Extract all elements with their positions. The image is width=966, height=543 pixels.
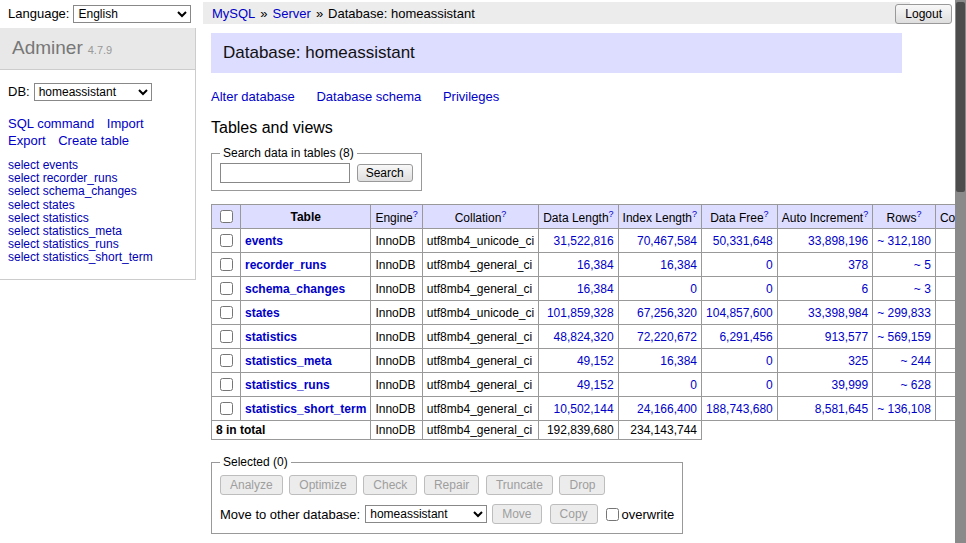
- data-length-value-link[interactable]: 16,384: [577, 282, 614, 296]
- repair-button[interactable]: Repair: [424, 475, 479, 495]
- rows-value-link[interactable]: ~ 5: [914, 258, 931, 272]
- analyze-button[interactable]: Analyze: [220, 475, 283, 495]
- breadcrumb-link-mysql[interactable]: MySQL: [212, 6, 255, 21]
- table-name-link[interactable]: statistics: [245, 330, 297, 344]
- data-free-value-link[interactable]: 50,331,648: [713, 234, 773, 248]
- rows-value-link[interactable]: ~ 3: [914, 282, 931, 296]
- row-select-checkbox[interactable]: [220, 402, 233, 415]
- rows-value-link[interactable]: ~ 569,159: [877, 330, 931, 344]
- privileges-link[interactable]: Privileges: [443, 89, 499, 104]
- data-free-value-link[interactable]: 104,857,600: [706, 306, 773, 320]
- data-free-value-link[interactable]: 0: [766, 354, 773, 368]
- move-button[interactable]: Move: [492, 504, 541, 524]
- sql-command-link[interactable]: SQL command: [8, 116, 94, 131]
- index-length-value-link[interactable]: 16,384: [660, 258, 697, 272]
- scrollbar-track[interactable]: [955, 0, 966, 543]
- column-help-link[interactable]: ?: [917, 209, 922, 219]
- create-table-link[interactable]: Create table: [58, 133, 129, 148]
- footer-data-length: 192,839,680: [539, 421, 618, 440]
- row-select-checkbox[interactable]: [220, 258, 233, 271]
- rows-value-link[interactable]: ~ 136,108: [877, 402, 931, 416]
- auto-increment-value-link[interactable]: 913,577: [825, 330, 868, 344]
- cell-index-length: 67,256,320: [618, 301, 701, 325]
- data-length-value-link[interactable]: 31,522,816: [554, 234, 614, 248]
- data-free-value-link[interactable]: 188,743,680: [706, 402, 773, 416]
- row-select-checkbox[interactable]: [220, 282, 233, 295]
- index-length-value-link[interactable]: 67,256,320: [637, 306, 697, 320]
- optimize-button[interactable]: Optimize: [289, 475, 356, 495]
- index-length-value-link[interactable]: 72,220,672: [637, 330, 697, 344]
- sidebar-select-statistics-short-term[interactable]: select statistics_short_term: [8, 251, 187, 264]
- rows-value-link[interactable]: ~ 312,180: [877, 234, 931, 248]
- data-free-value-link[interactable]: 0: [766, 282, 773, 296]
- import-link[interactable]: Import: [107, 116, 144, 131]
- data-free-value-link[interactable]: 6,291,456: [719, 330, 772, 344]
- data-length-value-link[interactable]: 48,824,320: [554, 330, 614, 344]
- truncate-button[interactable]: Truncate: [486, 475, 553, 495]
- rows-value-link[interactable]: ~ 628: [901, 378, 931, 392]
- cell-auto-increment: 913,577: [777, 325, 872, 349]
- sidebar-select-states[interactable]: select states: [8, 199, 187, 212]
- column-help-link[interactable]: ?: [609, 209, 614, 219]
- auto-increment-value-link[interactable]: 325: [848, 354, 868, 368]
- row-select-checkbox[interactable]: [220, 354, 233, 367]
- table-name-link[interactable]: statistics_short_term: [245, 402, 366, 416]
- column-header-label: Engine: [375, 211, 412, 225]
- db-select[interactable]: homeassistant: [34, 83, 152, 101]
- rows-value-link[interactable]: ~ 299,833: [877, 306, 931, 320]
- row-select-checkbox[interactable]: [220, 306, 233, 319]
- drop-button[interactable]: Drop: [559, 475, 605, 495]
- table-name-link[interactable]: recorder_runs: [245, 258, 326, 272]
- auto-increment-value-link[interactable]: 378: [848, 258, 868, 272]
- data-length-value-link[interactable]: 16,384: [577, 258, 614, 272]
- cell-engine: InnoDB: [371, 229, 422, 253]
- column-help-link[interactable]: ?: [863, 209, 868, 219]
- adminer-logo[interactable]: Adminer: [12, 37, 83, 58]
- column-help-link[interactable]: ?: [764, 209, 769, 219]
- auto-increment-value-link[interactable]: 6: [861, 282, 868, 296]
- language-select[interactable]: English: [73, 5, 191, 23]
- index-length-value-link[interactable]: 0: [690, 378, 697, 392]
- sidebar-select-schema-changes[interactable]: select schema_changes: [8, 185, 187, 198]
- overwrite-checkbox[interactable]: [606, 508, 619, 521]
- database-schema-link[interactable]: Database schema: [316, 89, 421, 104]
- export-link[interactable]: Export: [8, 133, 46, 148]
- select-all-checkbox[interactable]: [220, 210, 233, 223]
- move-database-select[interactable]: homeassistant: [365, 505, 487, 523]
- data-length-value-link[interactable]: 10,502,144: [554, 402, 614, 416]
- copy-button[interactable]: Copy: [550, 504, 598, 524]
- auto-increment-value-link[interactable]: 39,999: [831, 378, 868, 392]
- auto-increment-value-link[interactable]: 33,398,984: [808, 306, 868, 320]
- index-length-value-link[interactable]: 16,384: [660, 354, 697, 368]
- scrollbar-thumb[interactable]: [956, 2, 965, 192]
- rows-value-link[interactable]: ~ 244: [901, 354, 931, 368]
- alter-database-link[interactable]: Alter database: [211, 89, 295, 104]
- row-select-checkbox[interactable]: [220, 330, 233, 343]
- index-length-value-link[interactable]: 24,166,400: [637, 402, 697, 416]
- index-length-value-link[interactable]: 0: [690, 282, 697, 296]
- table-name-link[interactable]: statistics_meta: [245, 354, 332, 368]
- column-help-link[interactable]: ?: [413, 209, 418, 219]
- row-select-checkbox[interactable]: [220, 378, 233, 391]
- data-free-value-link[interactable]: 0: [766, 258, 773, 272]
- data-length-value-link[interactable]: 101,859,328: [547, 306, 614, 320]
- auto-increment-value-link[interactable]: 8,581,645: [815, 402, 868, 416]
- column-help-link[interactable]: ?: [692, 209, 697, 219]
- column-help-link[interactable]: ?: [501, 209, 506, 219]
- breadcrumb-link-server[interactable]: Server: [273, 6, 311, 21]
- data-length-value-link[interactable]: 49,152: [577, 354, 614, 368]
- search-button[interactable]: Search: [357, 164, 413, 182]
- table-name-link[interactable]: statistics_runs: [245, 378, 330, 392]
- table-name-link[interactable]: events: [245, 234, 283, 248]
- check-button[interactable]: Check: [363, 475, 417, 495]
- auto-increment-value-link[interactable]: 33,898,196: [808, 234, 868, 248]
- search-input[interactable]: [220, 163, 350, 183]
- data-length-value-link[interactable]: 49,152: [577, 378, 614, 392]
- data-free-value-link[interactable]: 0: [766, 378, 773, 392]
- logout-button[interactable]: Logout: [895, 4, 952, 24]
- cell-index-length: 0: [618, 373, 701, 397]
- table-name-link[interactable]: states: [245, 306, 280, 320]
- index-length-value-link[interactable]: 70,467,584: [637, 234, 697, 248]
- table-name-link[interactable]: schema_changes: [245, 282, 345, 296]
- row-select-checkbox[interactable]: [220, 234, 233, 247]
